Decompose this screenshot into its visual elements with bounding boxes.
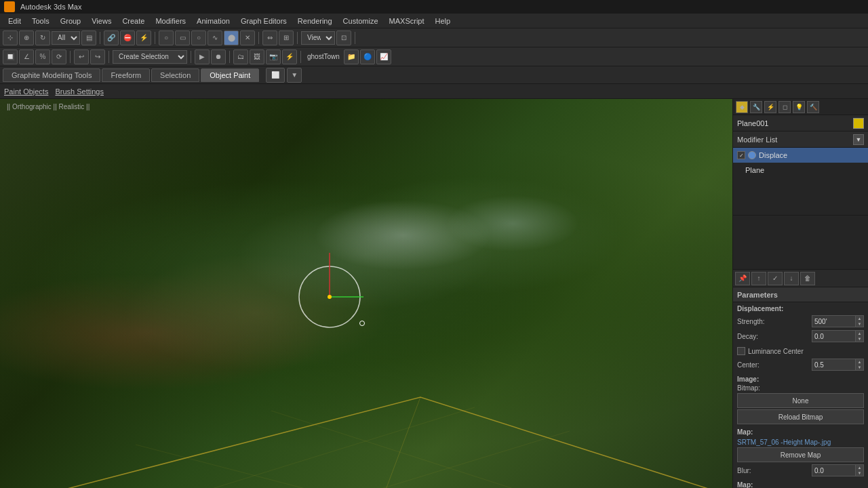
select-obj-btn[interactable]: ○ bbox=[159, 30, 174, 45]
select-mode-dropdown[interactable]: All bbox=[52, 31, 80, 45]
luminance-center-checkbox[interactable] bbox=[737, 347, 745, 355]
blur-spinner[interactable]: ▲ ▼ bbox=[856, 464, 864, 476]
material-btn[interactable]: 🔵 bbox=[360, 49, 375, 64]
paint-mode-btn[interactable]: ⬜ bbox=[266, 68, 285, 83]
display-panel-btn[interactable]: 💡 bbox=[793, 101, 805, 113]
bind-btn[interactable]: ⚡ bbox=[136, 30, 151, 45]
select-filter-btn[interactable]: ▤ bbox=[81, 30, 96, 45]
delete-modifier-btn[interactable]: 🗑 bbox=[800, 272, 815, 285]
show-result-btn[interactable]: ✓ bbox=[768, 272, 783, 285]
modify-panel-btn[interactable]: 🔧 bbox=[750, 101, 762, 113]
spinner-snap-btn[interactable]: ⟳ bbox=[52, 49, 66, 64]
blur-down[interactable]: ▼ bbox=[856, 470, 863, 476]
tab-graphite[interactable]: Graphite Modeling Tools bbox=[3, 68, 100, 82]
center-down[interactable]: ▼ bbox=[856, 365, 863, 370]
center-spinner[interactable]: ▲ ▼ bbox=[856, 359, 864, 371]
curve-btn[interactable]: 📈 bbox=[376, 49, 391, 64]
lasso-select-btn[interactable]: ∿ bbox=[208, 30, 222, 45]
menu-help[interactable]: Help bbox=[430, 16, 456, 26]
blur-up[interactable]: ▲ bbox=[856, 465, 863, 470]
paint-objects-link[interactable]: Paint Objects bbox=[4, 87, 48, 96]
strength-spinner[interactable]: ▲ ▼ bbox=[856, 315, 864, 327]
tab-freeform[interactable]: Freeform bbox=[102, 68, 150, 82]
strength-down[interactable]: ▼ bbox=[856, 321, 863, 327]
parameters-section-header[interactable]: Parameters bbox=[733, 287, 868, 302]
mirror-btn[interactable]: ⇔ bbox=[262, 30, 277, 45]
menu-edit[interactable]: Edit bbox=[3, 16, 26, 26]
percent-snap-btn[interactable]: % bbox=[35, 49, 50, 64]
rect-select-btn[interactable]: ▭ bbox=[175, 30, 190, 45]
menu-modifiers[interactable]: Modifiers bbox=[150, 16, 191, 26]
menu-create[interactable]: Create bbox=[117, 16, 150, 26]
menu-graph-editors[interactable]: Graph Editors bbox=[235, 16, 292, 26]
center-row: Center: 0.5 ▲ ▼ bbox=[737, 358, 864, 371]
viewport[interactable]: || Orthographic || Realistic || bbox=[0, 99, 732, 488]
select-tool-btn[interactable]: ⊹ bbox=[3, 30, 18, 45]
menu-animation[interactable]: Animation bbox=[191, 16, 235, 26]
menu-rendering[interactable]: Rendering bbox=[292, 16, 338, 26]
decay-down[interactable]: ▼ bbox=[856, 336, 863, 342]
circle-select-btn[interactable]: ○ bbox=[191, 30, 206, 45]
move-up-btn[interactable]: ↑ bbox=[751, 272, 766, 285]
remove-map-button[interactable]: Remove Map bbox=[737, 447, 864, 462]
modifier-item-plane[interactable]: Plane bbox=[733, 163, 868, 178]
reload-bitmap-button[interactable]: Reload Bitmap bbox=[737, 409, 864, 424]
render-frame-btn[interactable]: 📷 bbox=[266, 49, 281, 64]
modifier-item-displace[interactable]: ✓ Displace bbox=[733, 148, 868, 163]
center-value[interactable]: 0.5 bbox=[812, 359, 856, 371]
center-up[interactable]: ▲ bbox=[856, 359, 863, 365]
map-file-text[interactable]: SRTM_57_06 -Height Map-.jpg bbox=[737, 437, 864, 447]
move-down-btn[interactable]: ↓ bbox=[784, 272, 799, 285]
play-anim-btn[interactable]: ▶ bbox=[195, 49, 210, 64]
rotate-tool-btn[interactable]: ↻ bbox=[35, 30, 50, 45]
quick-render-btn[interactable]: ⚡ bbox=[282, 49, 297, 64]
menu-views[interactable]: Views bbox=[86, 16, 117, 26]
paint-options-btn[interactable]: ▼ bbox=[287, 68, 302, 83]
unlink-btn[interactable]: ⛔ bbox=[120, 30, 135, 45]
anim-record-btn[interactable]: ⏺ bbox=[211, 49, 226, 64]
create-panel-btn[interactable]: ◆ bbox=[736, 101, 748, 113]
strength-up[interactable]: ▲ bbox=[856, 316, 863, 321]
tab-object-paint[interactable]: Object Paint bbox=[201, 68, 259, 82]
hierarchy-panel-btn[interactable]: ⚡ bbox=[764, 101, 776, 113]
menu-customize[interactable]: Customize bbox=[338, 16, 384, 26]
none-button[interactable]: None bbox=[737, 393, 864, 408]
render-scene-btn[interactable]: 🖼 bbox=[250, 49, 264, 64]
object-color-button[interactable] bbox=[853, 118, 864, 129]
asset-btn[interactable]: 📁 bbox=[344, 49, 359, 64]
view-mode-dropdown[interactable]: View bbox=[301, 31, 335, 45]
menu-group[interactable]: Group bbox=[55, 16, 87, 26]
select-cross-btn[interactable]: ✕ bbox=[240, 30, 255, 45]
blur-value[interactable]: 0.0 bbox=[812, 464, 856, 476]
redo-btn[interactable]: ↪ bbox=[90, 49, 105, 64]
snap-toggle-btn[interactable]: 🔲 bbox=[3, 49, 18, 64]
paint-select-btn[interactable]: ⬤ bbox=[224, 30, 239, 45]
modifier-list-dropdown-btn[interactable]: ▼ bbox=[853, 134, 864, 145]
sub-toolbar: Graphite Modeling Tools Freeform Selecti… bbox=[0, 66, 868, 84]
menu-maxscript[interactable]: MAXScript bbox=[384, 16, 430, 26]
decay-up[interactable]: ▲ bbox=[856, 331, 863, 336]
undo-btn[interactable]: ↩ bbox=[74, 49, 89, 64]
angle-snap-btn[interactable]: ∠ bbox=[19, 49, 34, 64]
object-name-text: Plane001 bbox=[737, 119, 853, 127]
link-btn[interactable]: 🔗 bbox=[104, 30, 119, 45]
right-panel: ◆ 🔧 ⚡ ◻ 💡 🔨 Plane001 Modifier List ▼ ✓ D… bbox=[732, 99, 868, 488]
align-btn[interactable]: ⊞ bbox=[279, 30, 294, 45]
toolbar-sep-7 bbox=[108, 51, 109, 63]
modifier-light-displace[interactable] bbox=[748, 151, 756, 159]
tab-selection[interactable]: Selection bbox=[151, 68, 199, 82]
strength-value[interactable]: 500' bbox=[812, 315, 856, 327]
pin-modifier-btn[interactable]: 📌 bbox=[735, 272, 750, 285]
brush-settings-link[interactable]: Brush Settings bbox=[55, 87, 104, 96]
ghosttown-label: ghostTown bbox=[307, 53, 340, 60]
modifier-checkbox-displace[interactable]: ✓ bbox=[737, 151, 745, 159]
zoom-ext-btn[interactable]: ⊡ bbox=[336, 30, 351, 45]
menu-tools[interactable]: Tools bbox=[26, 16, 55, 26]
decay-spinner[interactable]: ▲ ▼ bbox=[856, 330, 864, 342]
move-tool-btn[interactable]: ⊕ bbox=[19, 30, 34, 45]
motion-panel-btn[interactable]: ◻ bbox=[778, 101, 791, 113]
create-selection-dropdown[interactable]: Create Selection bbox=[113, 50, 187, 64]
layer-mgr-btn[interactable]: 🗂 bbox=[233, 49, 248, 64]
decay-value[interactable]: 0.0 bbox=[812, 330, 856, 342]
utilities-panel-btn[interactable]: 🔨 bbox=[807, 101, 819, 113]
